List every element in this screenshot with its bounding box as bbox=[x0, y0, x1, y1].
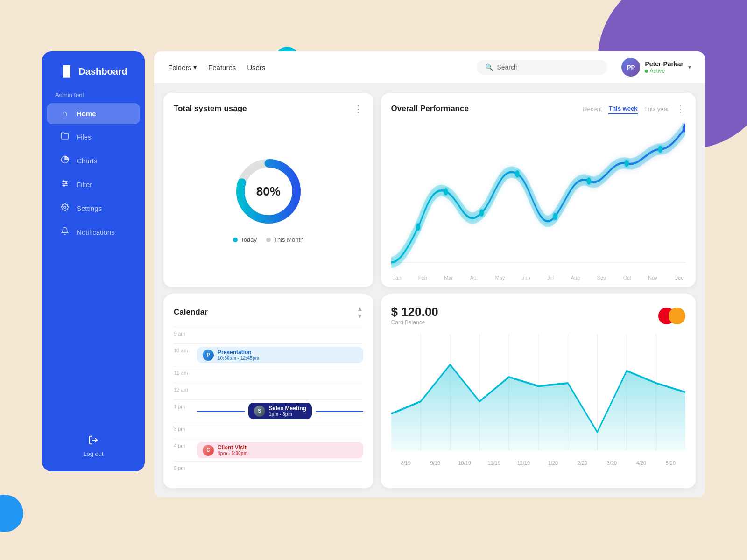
x-label-apr: Apr bbox=[470, 275, 478, 280]
svg-point-19 bbox=[658, 146, 662, 153]
svg-point-7 bbox=[64, 206, 66, 209]
logo-text: Dashboard bbox=[78, 66, 127, 77]
event-client[interactable]: C Client Visit 4pm - 5:30pm bbox=[197, 442, 363, 458]
avatar: PP bbox=[621, 58, 640, 77]
x-label-jul: Jul bbox=[547, 275, 554, 280]
user-chevron-icon[interactable]: ▾ bbox=[688, 64, 691, 70]
donut-chart: 80% bbox=[231, 154, 306, 229]
donut-label: 80% bbox=[256, 184, 281, 199]
sidebar-item-label-files: Files bbox=[77, 133, 92, 141]
x-label-420: 4/20 bbox=[627, 460, 656, 466]
x-label-1219: 12/19 bbox=[509, 460, 538, 466]
sidebar-section-label: Admin tool bbox=[42, 91, 84, 98]
svg-point-4 bbox=[63, 181, 64, 182]
system-usage-title: Total system usage bbox=[174, 104, 247, 113]
event-presentation[interactable]: P Presentation 10:30am - 12:45pm bbox=[197, 347, 363, 363]
sidebar-item-filter[interactable]: Filter bbox=[47, 174, 140, 196]
time-row-9am: 9 am bbox=[174, 327, 363, 343]
x-label-320: 3/20 bbox=[597, 460, 627, 466]
performance-title: Overall Performance bbox=[391, 104, 469, 113]
event-presentation-time: 10:30am - 12:45pm bbox=[218, 356, 260, 361]
event-sales[interactable]: S Sales Meeting 1pm - 3pm bbox=[248, 403, 312, 419]
user-profile[interactable]: PP Peter Parkar Active ▾ bbox=[621, 58, 691, 77]
x-label-jan: Jan bbox=[393, 275, 402, 280]
system-usage-menu-icon[interactable]: ⋮ bbox=[353, 103, 363, 114]
mc-circle-orange bbox=[669, 308, 685, 324]
calendar-nav[interactable]: ▲ ▼ bbox=[357, 305, 363, 321]
legend-month: This Month bbox=[266, 236, 303, 243]
logout-label: Log out bbox=[83, 450, 103, 457]
balance-info: $ 120.00 Card Balance bbox=[391, 305, 438, 328]
users-label: Users bbox=[247, 63, 265, 71]
status-dot bbox=[645, 70, 648, 73]
x-label-1019: 10/19 bbox=[450, 460, 479, 466]
event-sales-info: Sales Meeting 1pm - 3pm bbox=[269, 405, 306, 417]
balance-amount: $ 120.00 bbox=[391, 305, 438, 319]
calendar-header: Calendar ▲ ▼ bbox=[174, 305, 363, 321]
svg-point-14 bbox=[479, 210, 484, 217]
sidebar-item-notifications[interactable]: Notifications bbox=[47, 221, 140, 243]
tab-this-week[interactable]: This week bbox=[608, 104, 637, 114]
performance-tabs: Recent This week This year ⋮ bbox=[583, 103, 685, 114]
content-area: Folders ▾ Features Users 🔍 PP Pe bbox=[154, 51, 705, 471]
event-presentation-title: Presentation bbox=[218, 349, 260, 356]
x-label-nov: Nov bbox=[648, 275, 657, 280]
sidebar-item-home[interactable]: ⌂ Home bbox=[47, 103, 140, 124]
balance-chart: 8/19 9/19 10/19 11/19 12/19 1/20 2/20 3/… bbox=[391, 334, 685, 478]
mastercard-icon bbox=[658, 308, 685, 324]
event-client-info: Client Visit 4pm - 5:30pm bbox=[218, 444, 247, 456]
folders-label: Folders bbox=[168, 63, 191, 71]
event-sales-title: Sales Meeting bbox=[269, 405, 306, 412]
balance-card: $ 120.00 Card Balance bbox=[381, 294, 696, 489]
topnav-users[interactable]: Users bbox=[247, 63, 265, 71]
features-label: Features bbox=[208, 63, 236, 71]
time-label-9am: 9 am bbox=[174, 330, 191, 336]
search-input[interactable] bbox=[497, 63, 599, 71]
sidebar-item-charts[interactable]: Charts bbox=[47, 150, 140, 172]
donut-legend: Today This Month bbox=[233, 236, 303, 243]
event-sales-dash-right bbox=[316, 411, 363, 412]
x-label-oct: Oct bbox=[623, 275, 631, 280]
event-sales-time: 1pm - 3pm bbox=[269, 412, 306, 417]
sidebar-item-label-settings: Settings bbox=[77, 204, 102, 212]
sidebar-item-label-notifications: Notifications bbox=[77, 228, 115, 236]
x-label-819: 8/19 bbox=[391, 460, 421, 466]
user-info: Peter Parkar Active bbox=[645, 60, 684, 74]
time-label-12am: 12 am bbox=[174, 386, 191, 392]
event-presentation-avatar: P bbox=[203, 350, 214, 361]
event-presentation-info: Presentation 10:30am - 12:45pm bbox=[218, 349, 260, 361]
event-sales-avatar: S bbox=[254, 406, 265, 417]
performance-chart: Jan Feb Mar Apr May Jun Jul Aug Sep Oct … bbox=[391, 121, 685, 277]
svg-point-6 bbox=[63, 185, 65, 186]
tab-recent[interactable]: Recent bbox=[583, 104, 602, 114]
legend-month-label: This Month bbox=[274, 236, 303, 243]
sidebar-item-files[interactable]: Files bbox=[47, 126, 140, 148]
tab-this-year[interactable]: This year bbox=[644, 104, 669, 114]
sidebar: ▐▌ Dashboard Admin tool ⌂ Home Files Cha… bbox=[42, 51, 145, 471]
bg-decoration-bottom bbox=[0, 495, 23, 532]
topnav-features[interactable]: Features bbox=[208, 63, 236, 71]
topnav-folders[interactable]: Folders ▾ bbox=[168, 63, 197, 71]
user-status: Active bbox=[645, 68, 684, 74]
performance-menu-icon[interactable]: ⋮ bbox=[676, 103, 685, 114]
system-usage-card: Total system usage ⋮ bbox=[163, 93, 374, 287]
sidebar-item-label-charts: Charts bbox=[77, 157, 97, 165]
event-sales-line: S Sales Meeting 1pm - 3pm bbox=[197, 403, 363, 419]
svg-point-12 bbox=[416, 224, 420, 231]
sidebar-item-settings[interactable]: Settings bbox=[47, 197, 140, 219]
calendar-down-icon[interactable]: ▼ bbox=[357, 312, 363, 320]
legend-today-dot bbox=[233, 238, 238, 242]
username: Peter Parkar bbox=[645, 60, 684, 68]
sidebar-item-label-filter: Filter bbox=[77, 181, 92, 189]
sidebar-item-label-home: Home bbox=[77, 110, 96, 118]
topnav-links: Folders ▾ Features Users bbox=[168, 63, 463, 71]
time-label-11am: 11 am bbox=[174, 369, 191, 376]
system-usage-header: Total system usage ⋮ bbox=[174, 103, 363, 114]
time-label-4pm: 4 pm bbox=[174, 442, 191, 448]
search-box[interactable]: 🔍 bbox=[477, 60, 607, 75]
time-row-11am: 11 am bbox=[174, 366, 363, 383]
calendar-up-icon[interactable]: ▲ bbox=[357, 305, 363, 313]
logout-icon bbox=[88, 435, 99, 448]
logo-icon: ▐▌ bbox=[59, 65, 74, 77]
logout-button[interactable]: Log out bbox=[83, 426, 103, 457]
